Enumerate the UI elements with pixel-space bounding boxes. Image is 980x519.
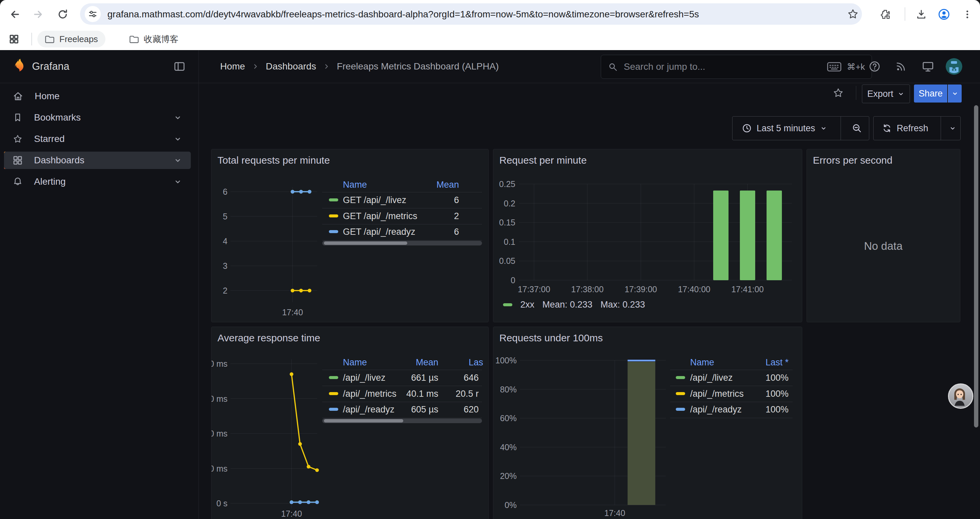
chart-canvas[interactable]: 100%80%60%40%20%0%17:40 <box>493 327 802 519</box>
chevron-down-icon[interactable] <box>173 156 182 164</box>
panel-title[interactable]: Errors per second <box>813 155 892 166</box>
svg-text:2: 2 <box>223 286 228 295</box>
user-avatar[interactable] <box>946 58 963 75</box>
sidebar-item-starred[interactable]: Starred <box>4 130 191 148</box>
toolbar-divider <box>905 7 905 21</box>
legend-column-header[interactable]: Last * <box>689 357 789 368</box>
svg-text:17:40: 17:40 <box>281 509 302 518</box>
svg-text:4: 4 <box>223 236 228 246</box>
legend-series-pill[interactable] <box>329 392 338 395</box>
svg-text:20%: 20% <box>500 471 517 481</box>
help-icon[interactable] <box>869 61 881 72</box>
forward-icon[interactable] <box>31 7 46 22</box>
apps-icon[interactable] <box>7 32 21 46</box>
dock-menu-icon[interactable] <box>173 61 185 72</box>
reload-icon[interactable] <box>56 7 70 22</box>
sidebar-item-home[interactable]: Home <box>4 88 191 105</box>
vertical-scrollbar[interactable] <box>974 105 978 428</box>
panel-total-requests-per-minute[interactable]: Total requests per minute 6543217:40Name… <box>211 149 488 322</box>
bookmark-folder-blogs[interactable]: 收藏博客 <box>122 31 186 48</box>
brand-label[interactable]: Grafana <box>32 61 69 72</box>
download-icon[interactable] <box>914 7 929 22</box>
assistant-avatar[interactable] <box>948 383 973 409</box>
legend-series-pill[interactable] <box>329 408 338 411</box>
rss-icon[interactable] <box>895 61 907 72</box>
chevron-down-icon <box>951 90 959 97</box>
search-input[interactable] <box>623 61 822 72</box>
share-button[interactable]: Share <box>914 85 947 102</box>
legend-series-pill[interactable] <box>676 376 685 379</box>
legend-column-header[interactable]: Las <box>469 357 483 368</box>
svg-text:17:40: 17:40 <box>282 308 303 317</box>
chevron-down-icon[interactable] <box>173 134 182 143</box>
panel-requests-under-100ms[interactable]: Requests under 100ms 100%80%60%40%20%0%1… <box>493 327 802 519</box>
legend-scrollbar-thumb[interactable] <box>324 419 403 423</box>
legend-scrollbar-thumb[interactable] <box>324 241 407 245</box>
menu-icon[interactable] <box>960 7 975 22</box>
panel-average-response-time[interactable]: Average response time 80 ms60 ms40 ms20 … <box>211 327 488 519</box>
svg-text:5: 5 <box>223 212 228 221</box>
back-icon[interactable] <box>7 7 22 22</box>
legend-series-pill[interactable] <box>329 230 338 233</box>
grafana-app: Grafana Home Dashboards Freeleaps Metric… <box>0 50 980 519</box>
chart-canvas[interactable]: 0.250.20.150.10.05017:37:0017:38:0017:39… <box>493 149 802 322</box>
chevron-down-icon[interactable] <box>173 113 182 122</box>
legend-series-pill[interactable] <box>676 392 685 395</box>
chevron-right-icon <box>323 63 330 70</box>
url-text[interactable]: grafana.mathmast.com/d/deytv4rwavabkb/fr… <box>107 9 741 20</box>
panel-title[interactable]: Requests under 100ms <box>500 332 603 344</box>
export-label: Export <box>867 89 893 99</box>
panel-title[interactable]: Request per minute <box>500 155 587 166</box>
time-range-label: Last 5 minutes <box>757 123 815 134</box>
legend-value: 6 <box>359 226 459 238</box>
folder-icon <box>130 36 138 42</box>
svg-text:0%: 0% <box>505 500 517 509</box>
legend-value: 620 <box>379 404 479 415</box>
breadcrumb-home[interactable]: Home <box>220 61 245 72</box>
panel-title[interactable]: Total requests per minute <box>218 155 330 166</box>
share-menu-button[interactable] <box>948 85 962 102</box>
svg-text:40 ms: 40 ms <box>212 429 228 438</box>
apps-grid-icon <box>13 155 23 165</box>
svg-text:0.15: 0.15 <box>499 218 515 227</box>
legend-column-header[interactable]: Mean <box>359 179 459 190</box>
svg-text:60 ms: 60 ms <box>212 394 228 404</box>
bookmark-star-icon[interactable] <box>846 7 860 21</box>
monitor-icon[interactable] <box>922 61 934 72</box>
refresh-interval-button[interactable] <box>945 117 960 140</box>
panel-title[interactable]: Average response time <box>218 332 320 344</box>
legend-value: 6 <box>359 194 459 206</box>
legend-value: 646 <box>379 372 479 383</box>
breadcrumb-dashboards[interactable]: Dashboards <box>266 61 316 72</box>
chart-legend[interactable]: 2xxMean: 0.233Max: 0.233 <box>503 300 645 310</box>
folder-icon <box>46 36 54 42</box>
export-button[interactable]: Export <box>862 85 910 103</box>
bookmark-folder-freeleaps[interactable]: Freeleaps <box>37 31 105 48</box>
legend-column-header[interactable]: Mean <box>338 357 438 368</box>
svg-text:60%: 60% <box>500 414 517 423</box>
sidebar-item-alerting[interactable]: Alerting <box>4 173 191 190</box>
site-settings-icon[interactable] <box>85 6 101 22</box>
extensions-icon[interactable] <box>878 7 892 22</box>
panel-errors-per-second[interactable]: Errors per second No data <box>807 149 960 322</box>
refresh-button[interactable]: Refresh <box>873 117 937 140</box>
sidebar-item-dashboards[interactable]: Dashboards <box>4 152 191 169</box>
legend-series-pill[interactable] <box>329 376 338 379</box>
address-bar[interactable]: grafana.mathmast.com/d/deytv4rwavabkb/fr… <box>80 3 862 25</box>
zoom-out-button[interactable] <box>845 117 869 140</box>
legend-series-pill[interactable] <box>329 214 338 217</box>
legend-series-pill[interactable] <box>329 198 338 201</box>
table-separator <box>322 370 482 370</box>
sidebar-item-bookmarks[interactable]: Bookmarks <box>4 109 191 126</box>
favorite-star-icon[interactable] <box>832 87 844 99</box>
legend-series-name[interactable]: 2xx <box>520 300 535 310</box>
breadcrumb: Home Dashboards Freeleaps Metrics Dashbo… <box>220 50 499 83</box>
panel-request-per-minute[interactable]: Request per minute 0.250.20.150.10.05017… <box>493 149 802 322</box>
legend-series-pill[interactable] <box>676 408 685 411</box>
time-range-picker[interactable]: Last 5 minutes <box>732 117 837 140</box>
search-box[interactable]: ⌘+k <box>601 55 872 79</box>
chevron-down-icon[interactable] <box>173 177 182 186</box>
grafana-logo[interactable] <box>10 57 27 75</box>
profile-icon[interactable] <box>937 7 951 22</box>
grafana-header: Grafana Home Dashboards Freeleaps Metric… <box>0 50 980 83</box>
